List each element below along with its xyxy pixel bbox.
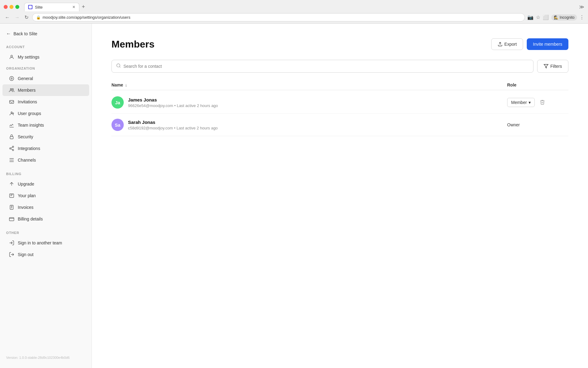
more-options-button[interactable]: ⋮	[579, 14, 584, 20]
back-arrow-icon: ←	[6, 31, 11, 36]
sidebar-item-upgrade[interactable]: Upgrade	[2, 178, 89, 190]
invitations-icon	[9, 99, 15, 105]
avatar-sarah: Sa	[111, 119, 124, 131]
sidebar-item-my-settings-label: My settings	[18, 55, 40, 59]
svg-rect-9	[10, 136, 13, 139]
sidebar-item-integrations-label: Integrations	[18, 146, 40, 151]
svg-marker-19	[544, 64, 548, 68]
sidebar-item-members[interactable]: Members	[2, 84, 89, 96]
member-details-james: James Jonas 96626e54@moodjoy.com • Last …	[128, 97, 218, 108]
svg-point-11	[9, 148, 11, 149]
column-role-label: Role	[507, 82, 516, 87]
column-role-header: Role	[507, 82, 568, 87]
avatar-initials-james: Ja	[115, 100, 120, 105]
svg-point-2	[9, 76, 14, 81]
minimize-traffic-light[interactable]	[9, 5, 13, 9]
more-button[interactable]: ≫	[579, 4, 584, 10]
url-text: moodjoy.slite.com/app/settings/organizat…	[43, 15, 130, 20]
address-bar[interactable]: 🔒 moodjoy.slite.com/app/settings/organiz…	[32, 13, 525, 21]
sidebar-item-channels[interactable]: Channels	[2, 154, 89, 166]
member-email-james: 96626e54@moodjoy.com • Last active 2 hou…	[128, 103, 218, 108]
sidebar-item-sign-in-another-label: Sign in to another team	[18, 240, 62, 245]
sidebar-item-invoices-label: Invoices	[18, 205, 33, 210]
members-table: Name ↓ Role Ja James Jonas 96626e54@mood…	[111, 80, 568, 136]
sidebar-item-general[interactable]: General	[2, 73, 89, 84]
back-to-slite-link[interactable]: ← Back to Slite	[0, 29, 92, 39]
camera-off-button[interactable]: 📷	[527, 14, 533, 20]
member-email-sarah: c58d9192@moodjoy.com • Last active 2 hou…	[128, 126, 218, 130]
member-role-col-sarah: Owner	[507, 122, 568, 127]
close-traffic-light[interactable]	[4, 5, 8, 9]
sidebar-item-channels-label: Channels	[18, 158, 36, 163]
sidebar-item-integrations[interactable]: Integrations	[2, 143, 89, 154]
sidebar-item-team-insights-label: Team insights	[18, 123, 44, 128]
invite-label: Invite members	[533, 42, 562, 47]
sidebar-item-sign-in-another[interactable]: Sign in to another team	[2, 237, 89, 249]
sidebar-item-user-groups-label: User groups	[18, 111, 41, 116]
chevron-down-icon: ▾	[529, 100, 531, 105]
sidebar-item-invoices[interactable]: Invoices	[2, 201, 89, 213]
export-button[interactable]: Export	[491, 38, 523, 50]
search-input[interactable]	[123, 64, 529, 69]
role-dropdown-james[interactable]: Member ▾	[507, 98, 535, 107]
sidebar-item-my-settings[interactable]: My settings	[2, 51, 89, 63]
sidebar-item-your-plan[interactable]: Your plan	[2, 190, 89, 201]
member-name-sarah: Sarah Jonas	[128, 120, 218, 125]
invite-members-button[interactable]: Invite members	[527, 38, 568, 50]
sidebar-item-invitations[interactable]: Invitations	[2, 96, 89, 108]
svg-point-7	[11, 112, 13, 113]
org-section-label: ORGANIZATION	[0, 65, 92, 73]
sidebar-item-user-groups[interactable]: User groups	[2, 108, 89, 119]
sidebar-item-team-insights[interactable]: Team insights	[2, 119, 89, 131]
sidebar-item-sign-out-label: Sign out	[18, 252, 33, 257]
sidebar-item-security[interactable]: Security	[2, 131, 89, 143]
table-row: Ja James Jonas 96626e54@moodjoy.com • La…	[111, 91, 568, 114]
browser-actions: 📷 ☆ ⬜ 🕵 Incognito ⋮	[527, 14, 584, 21]
app: ← Back to Slite ACCOUNT My settings ORGA…	[0, 24, 588, 368]
svg-point-17	[117, 64, 120, 67]
forward-button[interactable]: →	[13, 13, 21, 21]
svg-point-10	[12, 146, 14, 148]
search-box	[111, 60, 533, 73]
member-details-sarah: Sarah Jonas c58d9192@moodjoy.com • Last …	[128, 120, 218, 130]
back-button[interactable]: ←	[4, 13, 11, 21]
user-groups-icon	[9, 110, 15, 117]
billing-section-label: BILLING	[0, 171, 92, 178]
upgrade-icon	[9, 181, 15, 187]
sidebar-item-sign-out[interactable]: Sign out	[2, 249, 89, 260]
tab-title: Slite	[35, 5, 43, 10]
sidebar: ← Back to Slite ACCOUNT My settings ORGA…	[0, 24, 92, 368]
svg-point-4	[10, 89, 12, 90]
search-icon	[116, 63, 121, 69]
role-label-james: Member	[511, 100, 527, 105]
svg-rect-15	[9, 218, 14, 221]
page-header: Members Export Invite members	[111, 38, 568, 50]
new-tab-button[interactable]: +	[79, 2, 88, 11]
role-text-sarah: Owner	[507, 122, 520, 127]
sidebar-item-billing-details-label: Billing details	[18, 217, 43, 221]
person-icon	[9, 54, 15, 60]
filters-button[interactable]: Filters	[537, 60, 568, 73]
member-info-james: Ja James Jonas 96626e54@moodjoy.com • La…	[111, 96, 507, 109]
svg-rect-0	[29, 6, 32, 9]
lock-icon: 🔒	[36, 15, 41, 20]
general-icon	[9, 75, 15, 82]
svg-point-5	[12, 89, 14, 90]
tab-close-button[interactable]: ✕	[72, 5, 75, 9]
security-icon	[9, 134, 15, 140]
refresh-button[interactable]: ↻	[23, 13, 30, 21]
split-view-button[interactable]: ⬜	[543, 14, 549, 20]
incognito-icon: 🕵	[554, 15, 558, 20]
member-name-james: James Jonas	[128, 97, 218, 102]
other-section-label: OTHER	[0, 230, 92, 237]
column-name-header[interactable]: Name ↓	[111, 82, 507, 87]
sidebar-item-security-label: Security	[18, 134, 33, 139]
maximize-traffic-light[interactable]	[15, 5, 19, 9]
sidebar-item-billing-details[interactable]: Billing details	[2, 213, 89, 225]
active-tab[interactable]: Slite ✕	[24, 3, 79, 11]
sort-icon: ↓	[125, 82, 127, 87]
bookmark-button[interactable]: ☆	[536, 14, 540, 20]
export-icon	[498, 42, 503, 47]
member-role-col-james: Member ▾	[507, 98, 568, 107]
delete-member-james[interactable]	[538, 98, 546, 107]
